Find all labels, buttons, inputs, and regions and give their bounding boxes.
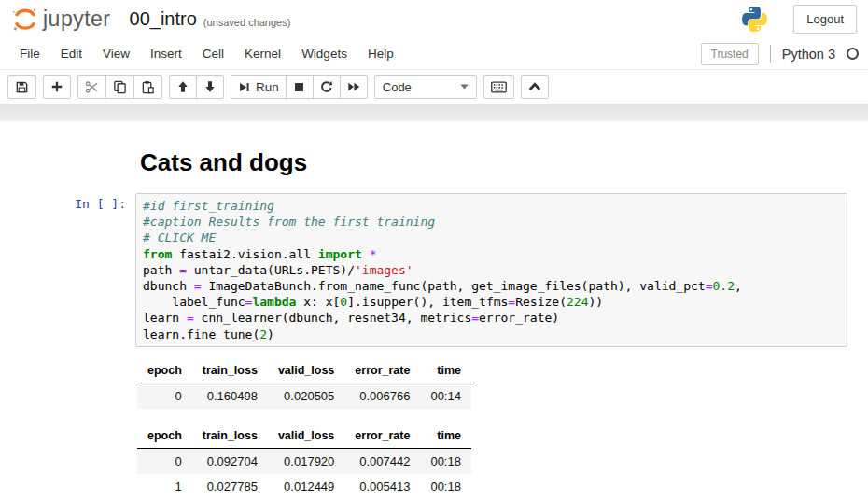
menu-widgets[interactable]: Widgets (291, 40, 357, 67)
checkpoint-status: (unsaved changes) (203, 11, 291, 28)
stop-icon (293, 81, 305, 93)
column-header: train_loss (192, 424, 268, 449)
cell-type-value: Code (383, 80, 412, 94)
site-band (0, 104, 868, 121)
menu-help[interactable]: Help (357, 40, 404, 67)
paste-cells-button[interactable] (133, 75, 162, 99)
table-cell: 0.020505 (268, 383, 344, 409)
arrow-down-icon (203, 80, 217, 93)
training-results-table-1: epochtrain_lossvalid_losserror_ratetime0… (137, 424, 471, 499)
cell-outputs: epochtrain_lossvalid_losserror_ratetime0… (137, 359, 868, 499)
column-header: time (420, 359, 471, 383)
table-cell: 1 (137, 474, 192, 499)
run-label: Run (256, 80, 279, 94)
column-header: time (420, 424, 471, 449)
table-cell: 00:14 (420, 383, 471, 409)
code-line: learn.fine_tune(2) (143, 327, 840, 342)
save-button[interactable] (7, 75, 36, 99)
table-row: 10.0277850.0124490.00541300:18 (137, 474, 471, 499)
menu-file[interactable]: File (9, 40, 50, 67)
cut-cells-button[interactable] (77, 75, 106, 99)
table-cell: 0.007442 (344, 448, 420, 474)
table-cell: 00:18 (420, 448, 471, 474)
table-cell: 0.017920 (268, 448, 344, 474)
code-line: dbunch = ImageDataBunch.from_name_func(p… (143, 278, 840, 294)
kernel-idle-icon (847, 48, 859, 60)
arrow-up-icon (176, 80, 189, 93)
toolbar: Run Code (0, 70, 868, 104)
menu-insert[interactable]: Insert (140, 40, 192, 67)
python-logo-icon (740, 5, 769, 34)
keyboard-icon (491, 81, 507, 93)
markdown-prompt-spacer (0, 148, 135, 177)
scissors-icon (85, 80, 99, 94)
copy-cells-button[interactable] (105, 75, 134, 99)
column-header: epoch (137, 424, 192, 449)
move-cell-up-button[interactable] (169, 75, 197, 99)
table-cell: 0 (137, 383, 192, 409)
section-heading: Cats and dogs (135, 148, 307, 177)
code-line: from fastai2.vision.all import * (143, 246, 840, 262)
output-area-1: epochtrain_lossvalid_losserror_ratetime0… (137, 424, 868, 499)
output-area-0: epochtrain_lossvalid_losserror_ratetime0… (137, 359, 868, 409)
table-cell: 0.160498 (192, 383, 268, 409)
restart-icon (320, 80, 333, 93)
caret-down-icon (460, 84, 469, 90)
code-editor[interactable]: #id first_training#caption Results from … (135, 193, 847, 347)
menu-view[interactable]: View (92, 40, 140, 67)
add-cell-button[interactable] (43, 75, 71, 99)
column-header: error_rate (344, 359, 420, 383)
table-cell: 0.005413 (344, 474, 420, 499)
chevron-up-icon (528, 82, 541, 91)
table-cell: 0.092704 (192, 448, 268, 474)
notebook-title[interactable]: 00_intro (130, 8, 197, 30)
code-line: #id first_training (143, 198, 840, 214)
move-cell-down-button[interactable] (196, 75, 224, 99)
run-cell-button[interactable]: Run (231, 75, 287, 99)
table-cell: 0 (137, 448, 192, 474)
divider (770, 45, 771, 63)
column-header: valid_loss (268, 359, 344, 383)
restart-kernel-button[interactable] (313, 75, 341, 99)
jupyter-planet-icon (11, 6, 39, 34)
menu-cell[interactable]: Cell (192, 40, 234, 67)
code-line: learn = cnn_learner(dbunch, resnet34, me… (143, 310, 840, 326)
table-cell: 0.012449 (268, 474, 344, 499)
jupyter-logo[interactable]: jupyter (11, 6, 111, 34)
column-header: train_loss (192, 359, 268, 383)
fast-forward-icon (347, 80, 360, 93)
input-prompt: In [ ]: (0, 193, 135, 347)
toggle-header-button[interactable] (521, 75, 549, 99)
save-icon (15, 80, 29, 94)
menu-kernel[interactable]: Kernel (234, 40, 291, 67)
kernel-name: Python 3 (782, 47, 835, 62)
code-line: #caption Results from the first training (143, 214, 840, 230)
table-row: 00.0927040.0179200.00744200:18 (137, 448, 471, 474)
table-cell: 00:18 (420, 474, 471, 499)
step-forward-icon (238, 81, 250, 93)
table-row: 00.1604980.0205050.00676600:14 (137, 383, 471, 409)
column-header: epoch (137, 359, 192, 383)
menu-items: FileEditViewInsertCellKernelWidgetsHelp (9, 40, 404, 67)
menubar: FileEditViewInsertCellKernelWidgetsHelp … (0, 38, 868, 70)
logout-button[interactable]: Logout (793, 5, 857, 34)
command-palette-button[interactable] (483, 75, 514, 99)
copy-icon (113, 80, 127, 94)
column-header: valid_loss (268, 424, 344, 449)
menu-edit[interactable]: Edit (50, 40, 92, 67)
table-cell: 0.006766 (344, 383, 420, 409)
code-line: path = untar_data(URLs.PETS)/'images' (143, 262, 840, 278)
restart-run-all-button[interactable] (340, 75, 368, 99)
table-cell: 0.027785 (192, 474, 268, 499)
cell-type-dropdown[interactable]: Code (374, 75, 477, 99)
plus-icon (50, 80, 63, 93)
trusted-button[interactable]: Trusted (701, 43, 759, 65)
markdown-cell[interactable]: Cats and dogs (0, 148, 868, 177)
interrupt-kernel-button[interactable] (286, 75, 314, 99)
code-line: # CLICK ME (143, 230, 840, 245)
notebook-area: Cats and dogs In [ ]: #id first_training… (0, 121, 868, 501)
column-header: error_rate (344, 424, 420, 449)
jupyter-wordmark: jupyter (43, 7, 111, 32)
code-cell[interactable]: In [ ]: #id first_training#caption Resul… (0, 193, 868, 347)
header: jupyter 00_intro (unsaved changes) Logou… (0, 0, 868, 38)
